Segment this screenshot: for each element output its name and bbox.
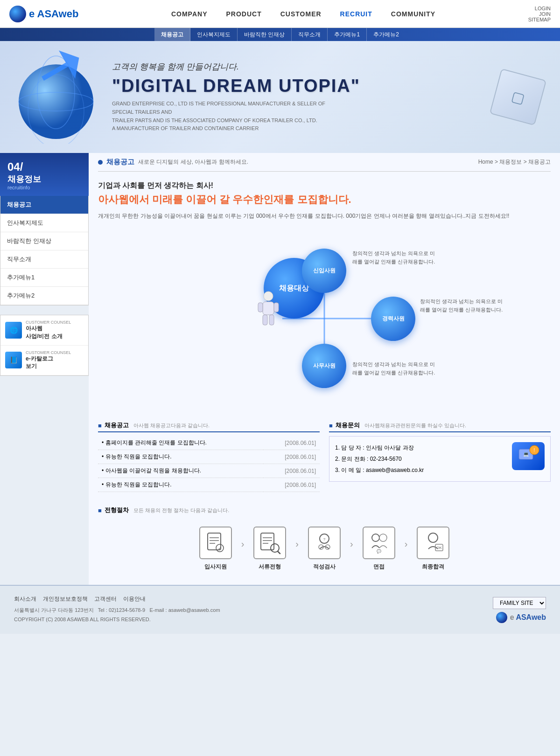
step-3-label: 면접: [373, 563, 385, 571]
table-row: • 유능한 직원을 모집합니다. [2008.06.01]: [98, 478, 320, 492]
banner-globe-icon: 🌐: [5, 322, 22, 339]
bubble-bottom: 사무사원: [302, 344, 346, 388]
nav-customer[interactable]: CUSTOMER: [280, 10, 322, 18]
sidebar-header: 04/ 채용정보 recruitinfo: [0, 153, 89, 196]
hero-korean-text: 고객의 행복을 함께 만들어갑니다.: [112, 61, 360, 72]
step-4-label: 최종합격: [422, 563, 444, 571]
sidebar-menu-item-0[interactable]: 채용공고: [0, 196, 88, 214]
footer: 회사소개 개인정보보호정책 고객센터 이용안내 서울특별시 가나구 다라동 12…: [0, 585, 560, 634]
sub-nav-item-1[interactable]: 인사복지제도: [190, 28, 238, 41]
sub-nav-item-0[interactable]: 채용공고: [154, 28, 190, 41]
step-0-icon: ✓: [199, 527, 232, 559]
step-1-label: 서류전형: [259, 563, 281, 571]
step-2-icon: ?: [308, 527, 341, 559]
svg-rect-10: [263, 302, 274, 315]
contact-title: ■ 채용문의 아사웹채용과관련된문의를 하실수 있습니다.: [329, 421, 551, 432]
sub-nav-item-2[interactable]: 바람직한 인재상: [238, 28, 292, 41]
recruit-description: 개개인의 무한한 가능성을 이끌어내어 꿈을 현실로 이루는 기업 000에서 …: [98, 211, 551, 221]
svg-point-35: [372, 534, 379, 541]
breadcrumb-description: 새로운 디지털의 세상, 아사웹과 함께하세요.: [138, 158, 248, 166]
footer-info: 서울특별시 가나구 다라동 123번지 Tel : 02)1234-5678-9…: [14, 606, 220, 624]
step-0-label: 입사지원: [204, 563, 227, 571]
contact-icon: 💻 !: [512, 442, 545, 470]
step-0: ✓ 입사지원: [190, 527, 241, 571]
banner-1-text: CUSTOMER COUNSEL e-카탈로그보기: [26, 350, 71, 371]
main-content: 채용공고 새로운 디지털의 세상, 아사웹과 함께하세요. Home > 채용정…: [89, 153, 560, 585]
svg-line-30: [278, 551, 280, 554]
table-row: • 유능한 직원을 모집합니다. [2008.06.01]: [98, 450, 320, 464]
step-arrow-3: ›: [405, 539, 408, 549]
svg-rect-14: [269, 315, 274, 325]
svg-text:✓: ✓: [218, 546, 222, 551]
diagram-right-bubble: 경력사원: [371, 297, 415, 341]
svg-text:!: !: [534, 448, 535, 453]
footer-logo-globe-icon: [496, 612, 507, 623]
footer-link-2[interactable]: 고객센터: [94, 595, 117, 603]
logo[interactable]: e ASAweb: [9, 6, 78, 22]
recruit-intro-h1: 아사웹에서 미래를 이끌어 갈 우수한인재를 모집합니다.: [98, 193, 551, 207]
footer-links: 회사소개 개인정보보호정책 고객센터 이용안내: [14, 595, 220, 603]
step-4-icon: OK: [417, 527, 449, 559]
sidebar-banners: 🌐 CUSTOMER COUNSEL 아사웹사업/비전 소개 📘 CUSTOME…: [0, 315, 89, 376]
logo-globe-icon: [9, 6, 26, 22]
banner-catalog-icon: 📘: [5, 352, 22, 368]
step-1-icon: [253, 527, 286, 559]
bubble-top: 신입사원: [302, 249, 346, 293]
sidebar-menu-item-1[interactable]: 인사복지제도: [0, 214, 88, 232]
breadcrumb-left: 채용공고 새로운 디지털의 세상, 아사웹과 함께하세요.: [98, 158, 248, 166]
top-links: LOGIN JOIN SITEMAP: [528, 6, 551, 22]
step-3-icon: 💬: [363, 527, 395, 559]
svg-rect-13: [263, 315, 267, 325]
sub-nav: 채용공고 인사복지제도 바람직한 인재상 직무소개 추가메뉴1 추가메뉴2: [0, 28, 560, 41]
process-section: ■ 전형절차 모든 채용의 전형 절차는 다음과 같습니다. ✓: [98, 506, 551, 576]
sidebar-menu-item-5[interactable]: 추가메뉴2: [0, 287, 88, 305]
diagram-desc-top: 창의적인 생각과 넘치는 의욕으로 미래를 열어갈 인재를 신규채용합니다.: [352, 250, 436, 266]
sub-nav-item-4[interactable]: 추가메뉴1: [328, 28, 367, 41]
nav-product[interactable]: PRODUCT: [226, 10, 261, 18]
sidebar-banner-1[interactable]: 📘 CUSTOMER COUNSEL e-카탈로그보기: [0, 346, 88, 376]
job-listings-table: • 홈페이지를 관리해줄 인재를 모집합니다. [2008.06.01] • 유…: [98, 436, 320, 492]
sidebar-menu: 채용공고 인사복지제도 바람직한 인재상 직무소개 추가메뉴1 추가메뉴2: [0, 196, 89, 305]
sidebar-menu-item-2[interactable]: 바람직한 인재상: [0, 232, 88, 250]
job-listings-title: ■ 채용공고 아사웹 채용공고다음과 같습니다.: [98, 421, 320, 432]
bubble-right: 경력사원: [371, 297, 415, 341]
contact-image: 💻 !: [512, 442, 545, 470]
footer-link-3[interactable]: 이용안내: [123, 595, 146, 603]
diagram-section: 채용대상 신입사원 경력사원 사무사원: [98, 230, 551, 407]
main-area: 04/ 채용정보 recruitinfo 채용공고 인사복지제도 바람직한 인재…: [0, 153, 560, 585]
hero-subtitle: GRAND ENTERPRISE CO., LTD IS THE PROFESS…: [112, 100, 345, 132]
sidebar-subtitle: recruitinfo: [7, 185, 83, 190]
sidebar-menu-item-4[interactable]: 추가메뉴1: [0, 269, 88, 287]
top-join[interactable]: JOIN: [539, 11, 551, 17]
table-row: • 아사웹을 이끌어갈 직원을 채용합니다. [2008.06.01]: [98, 464, 320, 478]
nav-recruit[interactable]: RECRUIT: [340, 10, 372, 18]
header: e ASAweb COMPANY PRODUCT CUSTOMER RECRUI…: [0, 0, 560, 28]
step-3: 💬 면접: [353, 527, 405, 571]
nav-company[interactable]: COMPANY: [171, 10, 208, 18]
footer-link-1[interactable]: 개인정보보호정책: [43, 595, 88, 603]
sub-nav-item-5[interactable]: 추가메뉴2: [367, 28, 406, 41]
diagram-bottom-bubble: 사무사원: [302, 344, 346, 388]
svg-text:OK: OK: [437, 546, 442, 550]
footer-logo-text: e ASAweb: [510, 613, 546, 622]
table-row: • 홈페이지를 관리해줄 인재를 모집합니다. [2008.06.01]: [98, 436, 320, 450]
step-2: ? 적성검사: [299, 527, 350, 571]
sub-nav-item-3[interactable]: 직무소개: [292, 28, 328, 41]
top-login[interactable]: LOGIN: [535, 6, 551, 11]
step-4: OK 최종합격: [407, 527, 459, 571]
step-arrow-0: ›: [241, 539, 245, 549]
contact-box: 💻 ! 1. 담 당 자 : 인사팀 아사달 과장 2. 문의 전화: [329, 436, 551, 482]
recruit-intro-h2: 기업과 사회를 먼저 생각하는 회사!: [98, 181, 551, 191]
sidebar-menu-item-3[interactable]: 직무소개: [0, 250, 88, 269]
sidebar-banner-0[interactable]: 🌐 CUSTOMER COUNSEL 아사웹사업/비전 소개: [0, 315, 88, 346]
family-site-select[interactable]: FAMILY SITE: [493, 597, 546, 609]
svg-text:?: ?: [323, 537, 326, 541]
footer-link-0[interactable]: 회사소개: [14, 595, 36, 603]
svg-point-0: [19, 64, 93, 139]
step-1: 서류전형: [244, 527, 295, 571]
nav-community[interactable]: COMMUNITY: [391, 10, 435, 18]
diagram-desc-bottom: 창의적인 생각과 넘치는 의욕으로 미래를 열어갈 인재를 신규채용합니다.: [352, 361, 436, 377]
step-arrow-1: ›: [295, 539, 299, 549]
hero-cube-icon: ▢: [490, 69, 546, 125]
top-sitemap[interactable]: SITEMAP: [528, 17, 551, 22]
